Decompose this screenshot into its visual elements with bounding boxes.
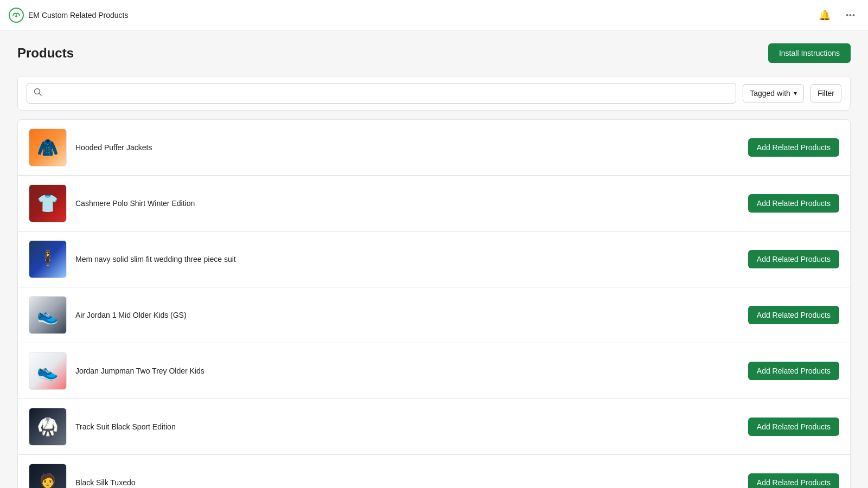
- app-logo-icon: [9, 8, 24, 23]
- notifications-button[interactable]: 🔔: [816, 7, 833, 24]
- product-name: Air Jordan 1 Mid Older Kids (GS): [75, 311, 739, 319]
- product-image: 🧥: [29, 129, 67, 166]
- product-image-placeholder: 🕴: [37, 249, 59, 269]
- add-related-products-button[interactable]: Add Related Products: [748, 138, 839, 157]
- search-icon: [34, 88, 42, 99]
- app-branding: EM Custom Related Products: [9, 8, 128, 23]
- top-bar: EM Custom Related Products 🔔 •••: [0, 0, 868, 30]
- app-name: EM Custom Related Products: [28, 11, 128, 20]
- product-image-placeholder: 🥋: [37, 416, 59, 437]
- product-name: Black Silk Tuxedo: [75, 478, 739, 487]
- search-filter-bar: Tagged with ▾ Filter: [17, 76, 851, 111]
- product-row: 🧥 Hooded Puffer Jackets Add Related Prod…: [18, 120, 850, 176]
- add-related-products-button[interactable]: Add Related Products: [748, 473, 839, 488]
- tagged-with-button[interactable]: Tagged with ▾: [743, 84, 804, 102]
- page-title: Products: [17, 46, 74, 61]
- product-name: Mem navy solid slim fit wedding three pi…: [75, 255, 739, 264]
- product-name: Jordan Jumpman Two Trey Older Kids: [75, 367, 739, 375]
- main-content: Products Install Instructions Tagged wit…: [0, 30, 868, 488]
- chevron-down-icon: ▾: [794, 89, 797, 97]
- add-related-products-button[interactable]: Add Related Products: [748, 418, 839, 436]
- product-image: 🤵: [29, 464, 67, 488]
- svg-point-1: [15, 15, 17, 17]
- search-wrapper: [27, 83, 736, 104]
- products-table: 🧥 Hooded Puffer Jackets Add Related Prod…: [17, 119, 851, 488]
- search-input[interactable]: [47, 89, 729, 98]
- add-related-products-button[interactable]: Add Related Products: [748, 194, 839, 213]
- product-name: Hooded Puffer Jackets: [75, 143, 739, 152]
- product-image-placeholder: 👕: [37, 193, 59, 214]
- product-image-placeholder: 🤵: [37, 472, 59, 488]
- product-row: 👟 Jordan Jumpman Two Trey Older Kids Add…: [18, 343, 850, 399]
- add-related-products-button[interactable]: Add Related Products: [748, 250, 839, 268]
- add-related-products-button[interactable]: Add Related Products: [748, 362, 839, 380]
- more-options-button[interactable]: •••: [842, 7, 859, 24]
- more-icon: •••: [846, 11, 856, 20]
- filter-button[interactable]: Filter: [810, 84, 841, 102]
- bell-icon: 🔔: [819, 9, 831, 21]
- product-row: 👟 Air Jordan 1 Mid Older Kids (GS) Add R…: [18, 287, 850, 343]
- add-related-products-button[interactable]: Add Related Products: [748, 306, 839, 324]
- top-bar-actions: 🔔 •••: [816, 7, 859, 24]
- product-row: 🕴 Mem navy solid slim fit wedding three …: [18, 232, 850, 287]
- svg-line-3: [40, 94, 42, 96]
- product-image-placeholder: 🧥: [37, 137, 59, 158]
- product-image: 👟: [29, 296, 67, 334]
- product-image-placeholder: 👟: [37, 361, 59, 381]
- product-image: 👕: [29, 184, 67, 222]
- product-image: 👟: [29, 352, 67, 390]
- product-image-placeholder: 👟: [37, 305, 59, 325]
- product-name: Track Suit Black Sport Edition: [75, 422, 739, 431]
- product-name: Cashmere Polo Shirt Winter Edition: [75, 199, 739, 208]
- product-row: 🥋 Track Suit Black Sport Edition Add Rel…: [18, 399, 850, 455]
- tagged-with-label: Tagged with: [750, 89, 790, 98]
- page-header: Products Install Instructions: [17, 43, 851, 63]
- product-image: 🕴: [29, 240, 67, 278]
- install-instructions-button[interactable]: Install Instructions: [768, 43, 851, 63]
- product-image: 🥋: [29, 408, 67, 446]
- product-row: 🤵 Black Silk Tuxedo Add Related Products: [18, 455, 850, 488]
- product-row: 👕 Cashmere Polo Shirt Winter Edition Add…: [18, 176, 850, 232]
